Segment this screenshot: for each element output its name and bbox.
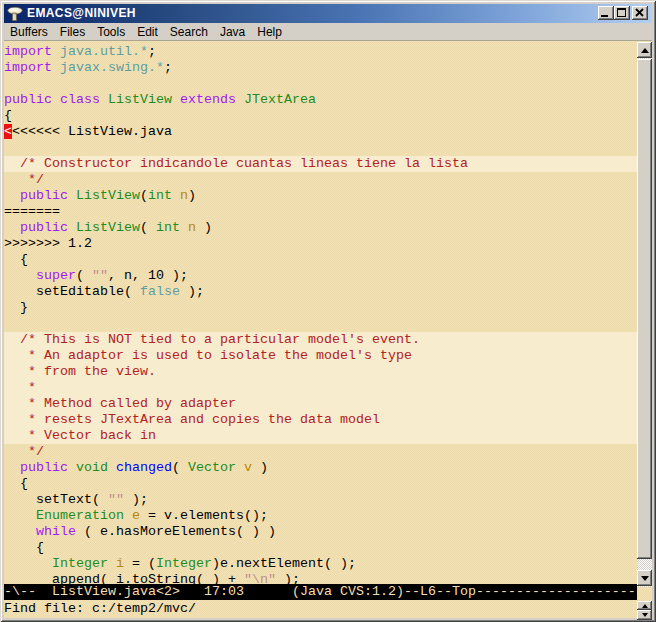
code-line [4, 316, 637, 332]
close-button[interactable] [632, 6, 648, 20]
code-line: super( "", n, 10 ); [4, 268, 637, 284]
menu-search[interactable]: Search [164, 24, 214, 40]
mini-up-arrow-icon [642, 604, 648, 608]
mode-line[interactable]: -\-- ListView.java<2> 17:03 (Java CVS:1.… [4, 584, 637, 600]
code-line: { [4, 540, 637, 556]
menu-help[interactable]: Help [251, 24, 288, 40]
code-line: * from the view. [4, 364, 637, 380]
client-area: import java.util.*;import javax.swing.*;… [4, 41, 652, 618]
close-icon [635, 8, 644, 17]
code-line: while ( e.hasMoreElements( ) ) [4, 524, 637, 540]
code-line: ======= [4, 204, 637, 220]
scrollbar-thumb[interactable] [637, 59, 652, 559]
buffer-window[interactable]: import java.util.*;import javax.swing.*;… [4, 41, 637, 618]
text-cursor: < [4, 124, 12, 139]
code-line: setEditable( false ); [4, 284, 637, 300]
code-line [4, 76, 637, 92]
code-line: import java.util.*; [4, 44, 637, 60]
menu-tools[interactable]: Tools [91, 24, 131, 40]
code-line: */ [4, 444, 637, 460]
up-arrow-icon [641, 48, 649, 53]
code-line: { [4, 108, 637, 124]
code-line [4, 140, 637, 156]
title-bar[interactable]: EMACS@NINIVEH [4, 4, 652, 23]
code-line: public void changed( Vector v ) [4, 460, 637, 476]
menu-buffers[interactable]: Buffers [4, 24, 54, 40]
scrollbar-up-button[interactable] [637, 42, 652, 58]
minimize-button[interactable] [598, 6, 614, 20]
menu-files[interactable]: Files [54, 24, 91, 40]
buffer-text[interactable]: import java.util.*;import javax.swing.*;… [4, 44, 637, 585]
menu-java[interactable]: Java [214, 24, 251, 40]
code-line: <<<<<<< ListView.java [4, 124, 637, 140]
menu-bar: Buffers Files Tools Edit Search Java Hel… [4, 23, 652, 41]
window-title: EMACS@NINIVEH [27, 4, 136, 23]
code-line: */ [4, 172, 637, 188]
code-line: Enumeration e = v.elements(); [4, 508, 637, 524]
code-line: } [4, 300, 637, 316]
scrollbar-down-button[interactable] [637, 570, 652, 586]
code-line: { [4, 476, 637, 492]
mini-down-arrow-icon [642, 613, 648, 617]
code-line: * [4, 380, 637, 396]
down-arrow-icon [641, 576, 649, 581]
code-line: Integer i = (Integer)e.nextElement( ); [4, 556, 637, 572]
code-line: /* This is NOT tied to a particular mode… [4, 332, 637, 348]
emacs-app-icon[interactable] [7, 6, 23, 22]
minibuffer[interactable]: Find file: c:/temp2/mvc/ [4, 601, 637, 618]
code-line: * resets JTextArea and copies the data m… [4, 412, 637, 428]
code-line: >>>>>>> 1.2 [4, 236, 637, 252]
minibuffer-scroll-down-button[interactable] [637, 610, 652, 620]
code-line: setText( "" ); [4, 492, 637, 508]
code-line: import javax.swing.*; [4, 60, 637, 76]
code-line: { [4, 252, 637, 268]
maximize-button[interactable] [614, 6, 630, 20]
minimize-icon [601, 15, 608, 17]
code-line: public class ListView extends JTextArea [4, 92, 637, 108]
code-line: /* Constructor indicandole cuantas linea… [4, 156, 637, 172]
code-line: * An adaptor is used to isolate the mode… [4, 348, 637, 364]
code-line: public ListView(int n) [4, 188, 637, 204]
maximize-icon [617, 8, 626, 17]
emacs-application-window: EMACS@NINIVEH Buffers Files Tools Edit S… [0, 0, 656, 622]
code-line: public ListView( int n ) [4, 220, 637, 236]
minibuffer-scroll-up-button[interactable] [637, 601, 652, 610]
menu-edit[interactable]: Edit [131, 24, 164, 40]
code-line: * Method called by adapter [4, 396, 637, 412]
titlebar-buttons [598, 6, 648, 20]
code-line: * Vector back in [4, 428, 637, 444]
scrollbar-area [637, 41, 652, 618]
